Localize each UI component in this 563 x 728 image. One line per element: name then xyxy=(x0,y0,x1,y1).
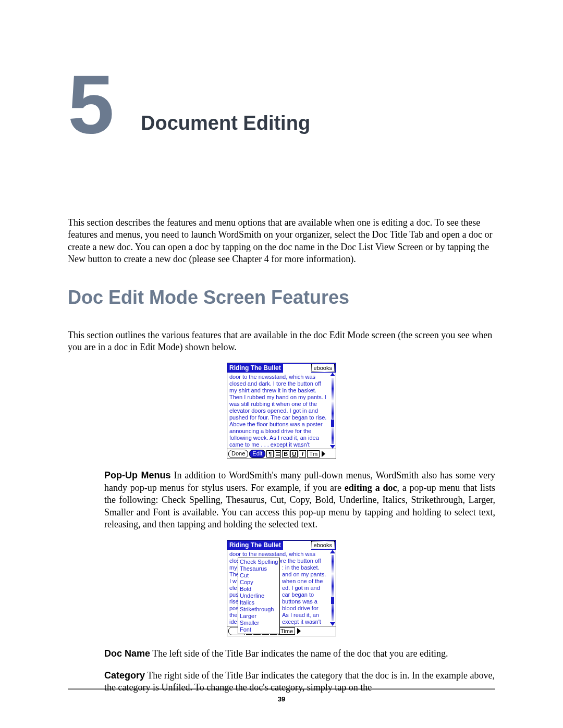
popup-menu-screenshot: Riding The Bullet ebooks door to the new… xyxy=(227,540,336,636)
time-button: Time xyxy=(278,627,295,635)
page-number: 39 xyxy=(0,695,563,703)
arrow-right-icon xyxy=(297,628,301,634)
scrollbar-2 xyxy=(330,550,335,626)
docname-lead: Doc Name xyxy=(104,648,150,659)
chapter-number: 5 xyxy=(68,73,114,135)
category-lead: Category xyxy=(104,670,145,681)
doc-title-2: Riding The Bullet xyxy=(227,541,283,549)
done-button: Done xyxy=(228,450,248,458)
menu-item: Bold xyxy=(240,586,278,593)
menu-item: Font xyxy=(240,626,278,633)
menu-item: Copy xyxy=(240,579,278,586)
pilcrow-icon: ¶ xyxy=(266,450,274,458)
edit-mode-screenshot: Riding The Bullet ebooks door to the new… xyxy=(227,363,336,459)
scrollbar xyxy=(330,373,335,449)
arrow-right-icon xyxy=(322,451,325,457)
menu-item: Thesaurus xyxy=(240,565,278,572)
section-title: Doc Edit Mode Screen Features xyxy=(68,287,495,309)
bold-icon: B xyxy=(282,450,289,458)
scroll-up-icon xyxy=(330,550,335,553)
chapter-intro: This section describes the features and … xyxy=(68,217,495,266)
category-label-2: ebooks xyxy=(311,541,335,549)
align-icon xyxy=(275,450,281,458)
menu-item: Strikethrough xyxy=(240,606,278,613)
popup-menus-paragraph: Pop-Up Menus In addition to WordSmith's … xyxy=(104,470,495,530)
scroll-up-icon xyxy=(330,373,335,376)
underline-icon: U xyxy=(290,450,298,458)
footer-rule xyxy=(68,688,495,692)
edit-button: Edit xyxy=(249,450,265,458)
menu-item: Check Spelling xyxy=(240,559,278,565)
category-label: ebooks xyxy=(311,364,335,372)
popup-lead: Pop-Up Menus xyxy=(104,470,170,480)
menu-item: Italics xyxy=(240,599,278,606)
doc-title: Riding The Bullet xyxy=(227,364,283,372)
italic-icon: I xyxy=(299,450,306,458)
chapter-title: Document Editing xyxy=(141,112,310,134)
scroll-down-icon xyxy=(330,445,335,449)
menu-item: Larger xyxy=(240,613,278,620)
tm-button: Tm xyxy=(307,450,320,458)
menu-item: Cut xyxy=(240,572,278,579)
docname-paragraph: Doc Name The left side of the Title Bar … xyxy=(104,648,495,660)
context-popup-menu: Check SpellingThesaurusCutCopyBoldUnderl… xyxy=(238,558,280,634)
section-intro: This section outlines the various featur… xyxy=(68,329,495,354)
menu-item: Underline xyxy=(240,593,278,599)
menu-item: Smaller xyxy=(240,620,278,626)
scroll-down-icon xyxy=(330,622,335,626)
doc-text: door to the newsstand, which was closed … xyxy=(229,374,328,448)
